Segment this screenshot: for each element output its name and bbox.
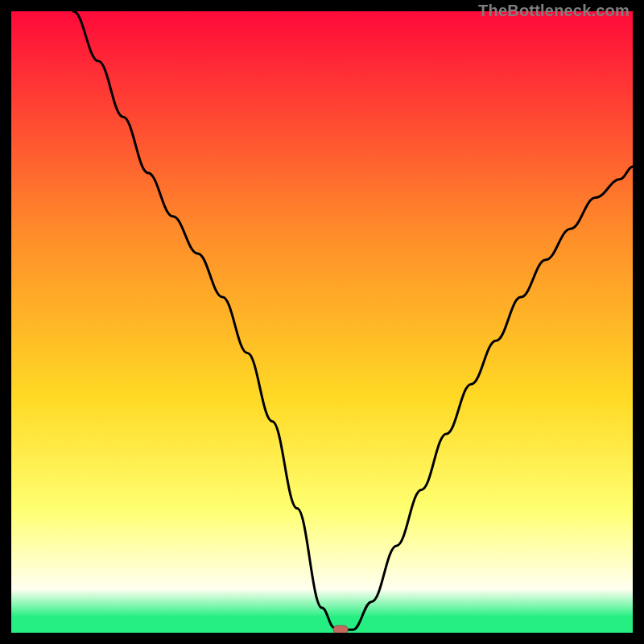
minimum-marker xyxy=(333,625,348,633)
gradient-background xyxy=(11,11,633,633)
watermark-text: TheBottleneck.com xyxy=(478,2,630,20)
chart-frame xyxy=(11,11,633,633)
chart-svg xyxy=(11,11,633,633)
green-band xyxy=(11,617,633,633)
